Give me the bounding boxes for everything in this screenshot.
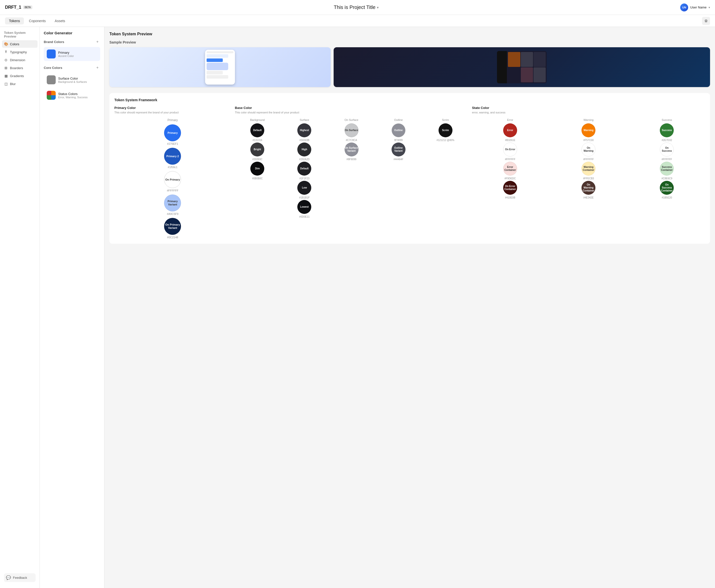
sidebar-nav: 🎨 Colors T Typography ⊙ Dimension ⊞ Boar… (2, 40, 38, 87)
surf-lowest-circle: Lowest (297, 200, 311, 214)
tab-assets[interactable]: Assets (51, 17, 69, 24)
sidebar-title: Token System Preview (2, 31, 38, 38)
on-surf-item: On Surface #C7C8CA (345, 123, 359, 142)
status-colors-desc: Error, Warning, Success (58, 96, 87, 99)
add-brand-color-button[interactable]: + (95, 39, 100, 44)
error-col-header: Error (507, 119, 513, 121)
outline-variant-item: Outline Variant #44464F (392, 143, 406, 161)
primary-circle-hex: #276EF1 (167, 142, 178, 145)
sidebar-item-colors[interactable]: 🎨 Colors (2, 40, 38, 48)
sidebar: Token System Preview 🎨 Colors T Typograp… (0, 27, 40, 588)
mobile-mockup (205, 50, 235, 85)
avatar: UN (680, 3, 688, 12)
project-title-container[interactable]: This is Project Title ▾ (334, 4, 378, 10)
title-chevron-icon: ▾ (377, 5, 378, 9)
success-hex: #2E7D32 (662, 139, 672, 142)
surf-default-item: Default #1F1F23 (297, 162, 311, 180)
surf-highest-circle: Highest (297, 123, 311, 137)
feedback-button[interactable]: 💬 Feedback (4, 573, 36, 582)
base-outline-header: Outline (394, 119, 403, 121)
header: DRFT_1 BETA This is Project Title ▾ UN U… (0, 0, 715, 15)
on-error-container-circle-item: On Error Container #410E0B (503, 181, 517, 199)
scrim-hex: #121212 @80% (437, 139, 454, 142)
sample-preview-label: Sample Preview (109, 40, 710, 44)
desktop-card-6 (534, 67, 546, 82)
primary-color-col: Primary Color This color should represen… (114, 106, 231, 239)
success-container-hex: #C8E6C9 (662, 177, 672, 180)
status-colors-item[interactable]: Status Colors Error, Warning, Success (44, 88, 100, 102)
success-container-circle: Success Container (660, 162, 674, 175)
user-section: UN User Name ▾ (680, 3, 710, 12)
on-primary-circle-hex: #FFFFFF (167, 189, 178, 192)
sidebar-label-dimension: Dimension (10, 58, 25, 62)
surf-high-item: High #292A2D (297, 143, 311, 161)
surf-lowest-item: Lowest #0D0E11 (297, 200, 311, 218)
outline-variant-hex: #44464F (393, 158, 403, 161)
mobile-row-1 (207, 54, 228, 58)
primary-col-desc: This color should represent the brand of… (114, 111, 231, 114)
surface-color-item[interactable]: Surface Color Background & Surfaces (44, 73, 100, 87)
token-system-preview-title: Token System Preview (109, 32, 710, 36)
feedback-label: Feedback (13, 576, 27, 580)
warning-circle-item: Warning #F57C00 (582, 123, 595, 142)
on-success-circle: On Success (660, 143, 674, 156)
warning-container-hex: #FFECB3 (583, 177, 594, 180)
status-colors-swatch (47, 91, 56, 100)
blur-icon: ◫ (4, 82, 8, 86)
core-colors-header: Core Colors + (44, 65, 100, 70)
on-warning-container-circle: On Warning Container (582, 181, 595, 195)
desktop-preview-card (334, 47, 710, 87)
bg-dim-item: Dim #0B0B0C (250, 162, 264, 180)
on-success-container-circle: On Success Container (660, 181, 674, 195)
framework-title: Token System Framework (114, 98, 705, 102)
delete-button[interactable] (702, 17, 710, 25)
colors-icon: 🎨 (4, 42, 8, 46)
warning-circle: Warning (582, 123, 595, 137)
primary-accent-color-item[interactable]: Primary Accent Color (44, 47, 100, 61)
on-primary-circle-item: On Primary #FFFFFF (164, 171, 181, 192)
mobile-row-2 (207, 59, 223, 62)
error-container-hex: #F9DEDC (504, 177, 516, 180)
warning-col: Warning Warning #F57C00 On Warning #FFFF… (550, 119, 627, 199)
bg-bright-item: Bright #39393C (250, 143, 264, 161)
delete-icon (704, 19, 708, 23)
primary-circle-item: Primary #276EF1 (164, 124, 181, 145)
color-generator-title: Color Generator (44, 31, 100, 35)
sidebar-item-typography[interactable]: T Typography (2, 48, 38, 56)
desktop-card-5 (521, 67, 533, 82)
base-color-col: Base Color This color should represent t… (235, 106, 468, 239)
sidebar-item-blur[interactable]: ◫ Blur (2, 80, 38, 87)
on-primary-variant-circle: On Primary Variant (164, 218, 181, 235)
bg-dim-hex: #0B0B0C (252, 177, 263, 180)
tab-tokens[interactable]: Tokens (5, 17, 24, 24)
on-warning-circle-item: On Warning #FFFFFF (582, 143, 595, 161)
error-col: Error Error #B3261E On Error #FFFFFF Err… (472, 119, 548, 199)
sidebar-item-gradients[interactable]: ▦ Gradients (2, 72, 38, 80)
scrim-circle: Scrim (438, 123, 453, 137)
sidebar-item-dimension[interactable]: ⊙ Dimension (2, 56, 38, 64)
on-success-hex: #FFFFFF (662, 158, 672, 161)
on-success-circle-item: On Success #FFFFFF (660, 143, 674, 161)
base-color-grid: Background Default #131316 Bright #39393… (235, 119, 468, 218)
sidebar-item-boarders[interactable]: ⊞ Boarders (2, 64, 38, 71)
success-circle: Success (660, 123, 674, 137)
state-col-desc: error, warning, and success (472, 111, 705, 114)
mobile-row-5 (207, 75, 228, 79)
tab-components[interactable]: Coponents (25, 17, 50, 24)
desktop-card-3 (534, 52, 546, 67)
add-core-color-button[interactable]: + (95, 65, 100, 70)
surf-default-circle: Default (297, 162, 311, 175)
error-hex: #B3261E (505, 139, 515, 142)
main-content: Token System Preview 🎨 Colors T Typograp… (0, 27, 715, 588)
mobile-preview-image (109, 47, 331, 87)
primary-col-title: Primary Color (114, 106, 231, 110)
mobile-status-bar (207, 51, 234, 53)
sidebar-label-boarders: Boarders (10, 66, 23, 70)
logo: DRFT_1 BETA (5, 5, 32, 10)
dimension-icon: ⊙ (4, 58, 8, 62)
error-container-circle: Error Container (503, 162, 517, 175)
on-primary-variant-circle-item: On Primary Variant #0C2148 (164, 218, 181, 239)
sidebar-label-gradients: Gradients (10, 74, 24, 78)
gradients-icon: ▦ (4, 74, 8, 78)
warning-container-circle-item: Warning Container #FFECB3 (582, 162, 595, 180)
